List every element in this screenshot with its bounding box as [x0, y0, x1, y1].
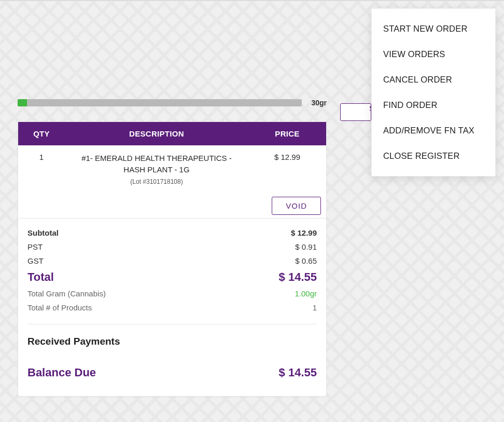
received-payments-heading: Received Payments [27, 332, 317, 350]
menu-cancel-order[interactable]: CANCEL ORDER [372, 67, 495, 92]
menu-view-orders[interactable]: VIEW ORDERS [372, 42, 495, 67]
total-gram-value: 1.00gr [295, 289, 317, 298]
col-price: PRICE [248, 122, 326, 145]
total-gram-label: Total Gram (Cannabis) [27, 289, 106, 298]
total-count-label: Total # of Products [27, 303, 92, 312]
subtotal-value: $ 12.99 [291, 228, 317, 237]
balance-row: Balance Due $ 14.55 [27, 350, 317, 384]
pst-label: PST [27, 242, 43, 251]
void-button[interactable]: VOID [272, 197, 321, 215]
gst-label: GST [27, 256, 44, 265]
progress-max-label: 30gr [311, 99, 327, 107]
pst-row: PST $ 0.91 [27, 240, 317, 254]
total-count-value: 1 [313, 303, 317, 312]
line-desc-text: #1- EMERALD HEALTH THERAPEUTICS - HASH P… [70, 153, 243, 175]
progress-fill [18, 99, 27, 106]
balance-label: Balance Due [27, 366, 96, 379]
divider [27, 324, 317, 324]
menu-start-new-order[interactable]: START NEW ORDER [372, 16, 495, 42]
total-label: Total [27, 270, 54, 284]
line-items-table: QTY DESCRIPTION PRICE 1 #1- EMERALD HEAL… [18, 122, 326, 218]
pst-value: $ 0.91 [295, 242, 317, 251]
progress-bar [18, 99, 302, 106]
gst-value: $ 0.65 [295, 256, 317, 265]
menu-close-register[interactable]: CLOSE REGISTER [372, 143, 495, 169]
line-item-row: 1 #1- EMERALD HEALTH THERAPEUTICS - HASH… [18, 145, 326, 189]
gst-row: GST $ 0.65 [27, 254, 317, 268]
subtotal-label: Subtotal [27, 228, 59, 237]
menu-find-order[interactable]: FIND ORDER [372, 92, 495, 118]
total-value: $ 14.55 [279, 270, 317, 284]
void-row: VOID [18, 189, 326, 218]
total-count-row: Total # of Products 1 [27, 301, 317, 315]
line-lot: (Lot #3101718108) [70, 178, 243, 186]
menu-add-remove-fn-tax[interactable]: ADD/REMOVE FN TAX [372, 118, 495, 143]
total-gram-row: Total Gram (Cannabis) 1.00gr [27, 287, 317, 301]
progress-row: 30gr [18, 99, 327, 107]
balance-value: $ 14.55 [279, 366, 317, 379]
table-header-row: QTY DESCRIPTION PRICE [18, 122, 326, 145]
actions-dropdown-menu: START NEW ORDER VIEW ORDERS CANCEL ORDER… [371, 8, 496, 176]
totals-section: Subtotal $ 12.99 PST $ 0.91 GST $ 0.65 T… [18, 218, 326, 396]
order-panel: QTY DESCRIPTION PRICE 1 #1- EMERALD HEAL… [18, 121, 327, 397]
line-price: $ 12.99 [248, 145, 326, 189]
line-qty: 1 [18, 145, 65, 189]
line-description: #1- EMERALD HEALTH THERAPEUTICS - HASH P… [65, 145, 248, 189]
col-description: DESCRIPTION [65, 122, 248, 145]
partial-action-button[interactable]: S [340, 103, 371, 121]
total-row: Total $ 14.55 [27, 268, 317, 287]
col-qty: QTY [18, 122, 65, 145]
subtotal-row: Subtotal $ 12.99 [27, 226, 317, 240]
